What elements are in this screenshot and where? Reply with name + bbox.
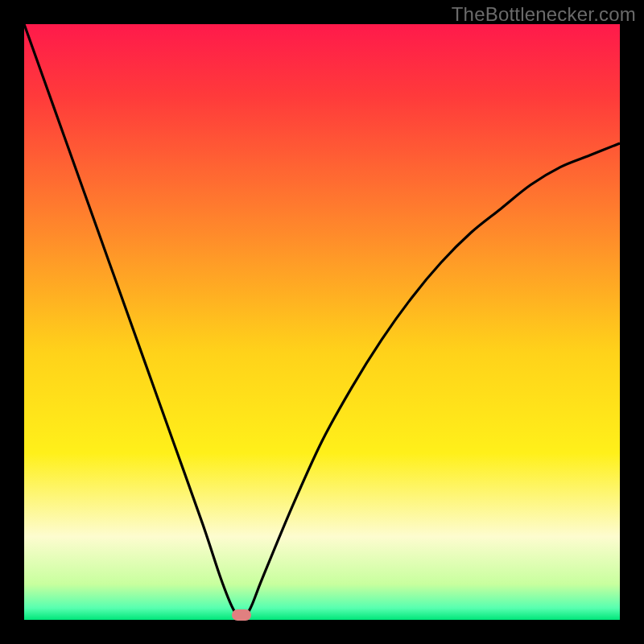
bottleneck-curve [24, 24, 620, 620]
bottleneck-curve-svg [24, 24, 620, 620]
chart-container: TheBottlenecker.com [0, 0, 644, 644]
optimum-marker [232, 609, 251, 621]
watermark-text: TheBottlenecker.com [452, 3, 636, 26]
plot-area [24, 24, 620, 620]
